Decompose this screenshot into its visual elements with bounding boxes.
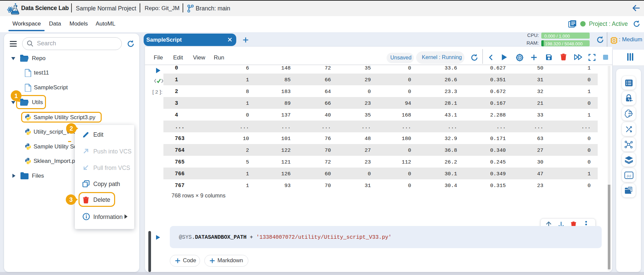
- svg-text:2: 2: [69, 125, 73, 132]
- svg-text:(x): (x): [627, 173, 631, 178]
- svg-text:1: 1: [14, 93, 18, 99]
- svg-text:3: 3: [69, 196, 72, 203]
